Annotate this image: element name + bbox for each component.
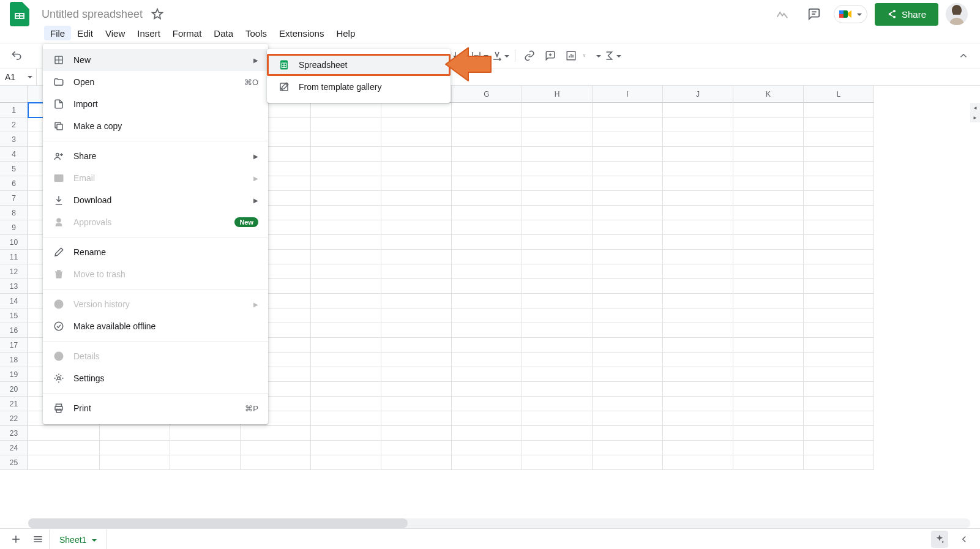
cell[interactable] bbox=[804, 235, 874, 250]
cell[interactable] bbox=[311, 279, 381, 294]
menu-item-share[interactable]: Share ▶ bbox=[43, 145, 268, 167]
cell[interactable] bbox=[733, 162, 804, 176]
cell[interactable] bbox=[733, 411, 804, 426]
cell[interactable] bbox=[311, 118, 381, 132]
row-header[interactable]: 16 bbox=[0, 323, 28, 338]
cell[interactable] bbox=[593, 147, 663, 162]
cell[interactable] bbox=[804, 455, 874, 470]
cell[interactable] bbox=[663, 235, 733, 250]
add-sheet-icon[interactable] bbox=[5, 529, 27, 550]
menu-item-version-history[interactable]: Version history ▶ bbox=[43, 293, 268, 315]
cell[interactable] bbox=[733, 176, 804, 191]
cell[interactable] bbox=[311, 294, 381, 308]
horizontal-scrollbar[interactable] bbox=[28, 518, 970, 528]
cell[interactable] bbox=[311, 162, 381, 176]
cell[interactable] bbox=[733, 397, 804, 411]
cell[interactable] bbox=[522, 397, 593, 411]
share-button[interactable]: Share bbox=[875, 3, 938, 26]
cell[interactable] bbox=[804, 220, 874, 235]
row-header[interactable]: 18 bbox=[0, 353, 28, 367]
cell[interactable] bbox=[381, 353, 452, 367]
collapse-toolbar-icon[interactable] bbox=[954, 47, 973, 65]
row-header[interactable]: 24 bbox=[0, 441, 28, 455]
cell[interactable] bbox=[452, 264, 522, 279]
cell[interactable] bbox=[452, 338, 522, 353]
cell[interactable] bbox=[381, 411, 452, 426]
cell[interactable] bbox=[381, 118, 452, 132]
cell[interactable] bbox=[733, 103, 804, 118]
side-panel-toggle-icon[interactable] bbox=[953, 529, 975, 550]
cell[interactable] bbox=[593, 367, 663, 382]
menu-item-make-copy[interactable]: Make a copy bbox=[43, 115, 268, 137]
sheet-tab[interactable]: Sheet1 bbox=[49, 529, 107, 550]
cell[interactable] bbox=[100, 455, 170, 470]
cell[interactable] bbox=[663, 426, 733, 441]
cell[interactable] bbox=[593, 103, 663, 118]
cell[interactable] bbox=[733, 264, 804, 279]
cell[interactable] bbox=[452, 308, 522, 323]
cell[interactable] bbox=[452, 147, 522, 162]
cell[interactable] bbox=[522, 455, 593, 470]
cell[interactable] bbox=[452, 294, 522, 308]
cell[interactable] bbox=[593, 162, 663, 176]
cell[interactable] bbox=[452, 176, 522, 191]
cell[interactable] bbox=[804, 367, 874, 382]
cell[interactable] bbox=[593, 264, 663, 279]
cell[interactable] bbox=[452, 250, 522, 264]
meet-button[interactable] bbox=[834, 5, 867, 23]
cell[interactable] bbox=[663, 294, 733, 308]
cell[interactable] bbox=[663, 353, 733, 367]
cell[interactable] bbox=[452, 426, 522, 441]
menu-item-details[interactable]: Details bbox=[43, 345, 268, 367]
cell[interactable] bbox=[804, 264, 874, 279]
cell[interactable] bbox=[663, 191, 733, 206]
column-header[interactable]: L bbox=[804, 86, 874, 103]
menu-item-new[interactable]: New ▶ bbox=[43, 49, 268, 71]
cell[interactable] bbox=[241, 441, 311, 455]
cell[interactable] bbox=[241, 426, 311, 441]
cell[interactable] bbox=[593, 206, 663, 220]
cell[interactable] bbox=[733, 455, 804, 470]
cell[interactable] bbox=[522, 338, 593, 353]
cell[interactable] bbox=[593, 455, 663, 470]
cell[interactable] bbox=[311, 455, 381, 470]
cell[interactable] bbox=[733, 250, 804, 264]
cell[interactable] bbox=[593, 397, 663, 411]
cell[interactable] bbox=[522, 191, 593, 206]
cell[interactable] bbox=[593, 118, 663, 132]
cell[interactable] bbox=[381, 264, 452, 279]
cell[interactable] bbox=[522, 367, 593, 382]
cell[interactable] bbox=[381, 250, 452, 264]
cell[interactable] bbox=[311, 323, 381, 338]
cell[interactable] bbox=[381, 455, 452, 470]
cell[interactable] bbox=[381, 162, 452, 176]
cell[interactable] bbox=[381, 382, 452, 397]
cell[interactable] bbox=[663, 103, 733, 118]
cell[interactable] bbox=[733, 338, 804, 353]
cell[interactable] bbox=[381, 176, 452, 191]
cell[interactable] bbox=[593, 176, 663, 191]
menu-format[interactable]: Format bbox=[166, 26, 208, 40]
cell[interactable] bbox=[311, 367, 381, 382]
cell[interactable] bbox=[733, 353, 804, 367]
cell[interactable] bbox=[311, 220, 381, 235]
row-header[interactable]: 9 bbox=[0, 220, 28, 235]
column-header[interactable]: K bbox=[733, 86, 804, 103]
cell[interactable] bbox=[311, 441, 381, 455]
menu-item-print[interactable]: Print ⌘P bbox=[43, 397, 268, 419]
cell[interactable] bbox=[522, 382, 593, 397]
cell[interactable] bbox=[381, 279, 452, 294]
menu-item-open[interactable]: Open ⌘O bbox=[43, 71, 268, 93]
star-icon[interactable] bbox=[148, 4, 167, 24]
cell[interactable] bbox=[804, 206, 874, 220]
row-header[interactable]: 19 bbox=[0, 367, 28, 382]
cell[interactable] bbox=[311, 132, 381, 147]
cell[interactable] bbox=[593, 426, 663, 441]
cell[interactable] bbox=[593, 338, 663, 353]
cell[interactable] bbox=[28, 441, 100, 455]
cell[interactable] bbox=[522, 206, 593, 220]
cell[interactable] bbox=[522, 147, 593, 162]
cell[interactable] bbox=[593, 191, 663, 206]
column-header[interactable]: H bbox=[522, 86, 593, 103]
cell[interactable] bbox=[593, 220, 663, 235]
